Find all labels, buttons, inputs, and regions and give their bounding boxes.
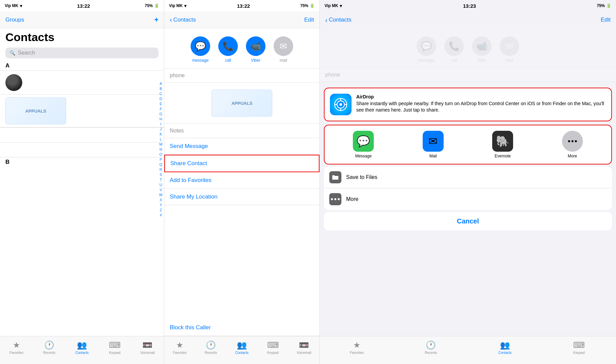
send-message-item[interactable]: Send Message <box>164 138 319 155</box>
cancel-button[interactable]: Cancel <box>324 212 612 231</box>
alpha-l[interactable]: L <box>159 137 163 142</box>
alpha-m[interactable]: M <box>159 142 163 147</box>
contacts-icon-3: 👥 <box>500 340 510 350</box>
groups-button[interactable]: Groups <box>5 17 24 23</box>
battery-1: 75% <box>145 3 153 8</box>
mail-action[interactable]: ✉ mail <box>274 36 293 63</box>
folder-icon <box>329 171 341 183</box>
alpha-f[interactable]: F <box>159 107 163 111</box>
nav-bar-3: ‹ Contacts Edit <box>320 11 616 28</box>
call-label: call <box>225 58 231 63</box>
dot-1 <box>568 140 570 142</box>
alpha-o[interactable]: O <box>159 152 163 157</box>
viber-action[interactable]: 📹 Viber <box>246 36 265 63</box>
more-action-item[interactable]: More <box>324 188 612 210</box>
dot-2 <box>571 140 573 142</box>
more-icon-box <box>329 193 341 205</box>
tab-keypad-3[interactable]: ⌨ Keypad <box>542 336 616 359</box>
alpha-e[interactable]: E <box>159 101 163 106</box>
search-bar[interactable]: 🔍 Search <box>5 48 159 58</box>
tab-favorites-1[interactable]: ★ Favorites <box>0 336 33 359</box>
alpha-v[interactable]: V <box>159 187 163 192</box>
alpha-r[interactable]: R <box>159 167 163 172</box>
call-action[interactable]: 📞 call <box>218 36 238 63</box>
message-action[interactable]: 💬 message <box>191 36 210 63</box>
wifi-icon-2: ▾ <box>184 3 187 8</box>
alpha-w[interactable]: W <box>159 192 163 197</box>
back-to-contacts-2[interactable]: ‹ Contacts <box>170 16 196 24</box>
airdrop-section[interactable]: AirDrop Share instantly with people near… <box>324 88 612 121</box>
avatar-1 <box>5 74 22 91</box>
alpha-q[interactable]: Q <box>159 162 163 167</box>
tab-favorites-2[interactable]: ★ Favorites <box>164 336 195 359</box>
carrier-1: Vip MK <box>5 3 18 8</box>
alpha-x[interactable]: X <box>159 198 163 202</box>
favorites-label-3: Favorites <box>350 351 364 355</box>
alpha-i[interactable]: I <box>159 122 163 126</box>
dot-3 <box>575 140 577 142</box>
more-dot-2 <box>334 198 336 200</box>
contact-item-1[interactable] <box>0 71 164 95</box>
alpha-j[interactable]: J <box>159 127 163 131</box>
app-more[interactable]: More <box>562 131 583 158</box>
dimmed-mail-circle: ✉ <box>500 36 519 56</box>
alpha-a[interactable]: A <box>159 81 163 86</box>
alpha-y[interactable]: Y <box>159 203 163 207</box>
alpha-p[interactable]: P <box>159 157 163 162</box>
more-app-icon <box>562 131 583 152</box>
app-mail[interactable]: ✉ Mail <box>423 131 444 158</box>
status-right-1: 75% 🔋 <box>145 3 159 8</box>
alpha-n[interactable]: N <box>159 147 163 152</box>
alpha-u[interactable]: U <box>159 182 163 187</box>
status-left-2: Vip MK ▾ <box>169 3 187 8</box>
recents-label-1: Recents <box>43 351 55 355</box>
alpha-k[interactable]: K <box>159 132 163 136</box>
app-message[interactable]: 💬 Message <box>353 131 374 158</box>
alphabet-index: A B C D E F G H I J K L M N O P Q R S T … <box>159 81 163 217</box>
dimmed-call-circle: 📞 <box>444 36 464 56</box>
favorites-icon-3: ★ <box>353 340 361 350</box>
add-to-favorites-item[interactable]: Add to Favorites <box>164 172 319 189</box>
share-my-location-item[interactable]: Share My Location <box>164 189 319 205</box>
alpha-hash[interactable]: # <box>159 213 163 217</box>
battery-3: 75% <box>597 3 605 8</box>
edit-button-2[interactable]: Edit <box>304 17 314 23</box>
appuals-watermark-2: APPUALS <box>212 90 272 117</box>
tab-recents-2[interactable]: 🕐 Recents <box>195 336 226 359</box>
edit-button-3[interactable]: Edit <box>601 17 611 23</box>
alpha-z[interactable]: Z <box>159 208 163 212</box>
tab-contacts-1[interactable]: 👥 Contacts <box>65 336 98 359</box>
tab-recents-3[interactable]: 🕐 Recents <box>394 336 468 359</box>
status-left-3: Vip MK ▾ <box>325 3 342 8</box>
tab-contacts-3[interactable]: 👥 Contacts <box>468 336 542 359</box>
tab-contacts-2[interactable]: 👥 Contacts <box>226 336 257 359</box>
folder-svg <box>332 175 339 180</box>
share-sheet-content: APPUALS AirDrop Share instantly with peo… <box>320 84 616 336</box>
block-caller-item[interactable]: Block this Caller <box>164 320 319 336</box>
share-contact-item[interactable]: Share Contact <box>164 155 319 172</box>
alpha-c[interactable]: C <box>159 91 163 96</box>
tab-favorites-3[interactable]: ★ Favorites <box>320 336 394 359</box>
alpha-g[interactable]: G <box>159 112 163 116</box>
tab-voicemail-1[interactable]: 📼 Voicemail <box>131 336 164 359</box>
tab-keypad-1[interactable]: ⌨ Keypad <box>99 336 131 359</box>
back-to-contacts-3[interactable]: ‹ Contacts <box>325 16 352 24</box>
tab-recents-1[interactable]: 🕐 Recents <box>33 336 65 359</box>
search-label[interactable]: Search <box>18 50 35 56</box>
alpha-s[interactable]: S <box>159 172 163 177</box>
favorites-icon-1: ★ <box>13 340 20 350</box>
status-right-3: 75% 🔋 <box>597 3 611 8</box>
alpha-t[interactable]: T <box>159 177 163 182</box>
search-icon: 🔍 <box>9 50 15 56</box>
alpha-d[interactable]: D <box>159 96 163 101</box>
svg-point-2 <box>339 103 342 106</box>
nav-bar-1: Groups + <box>0 11 164 28</box>
app-evernote[interactable]: 🐘 Evernote <box>492 131 513 158</box>
alpha-h[interactable]: H <box>159 117 163 121</box>
add-contact-button[interactable]: + <box>154 16 159 24</box>
save-to-files-item[interactable]: Save to Files <box>324 166 612 188</box>
dimmed-viber-label: Viber <box>477 58 486 63</box>
alpha-b[interactable]: B <box>159 86 163 91</box>
tab-voicemail-2[interactable]: 📼 Voicemail <box>288 336 319 359</box>
tab-keypad-2[interactable]: ⌨ Keypad <box>257 336 288 359</box>
